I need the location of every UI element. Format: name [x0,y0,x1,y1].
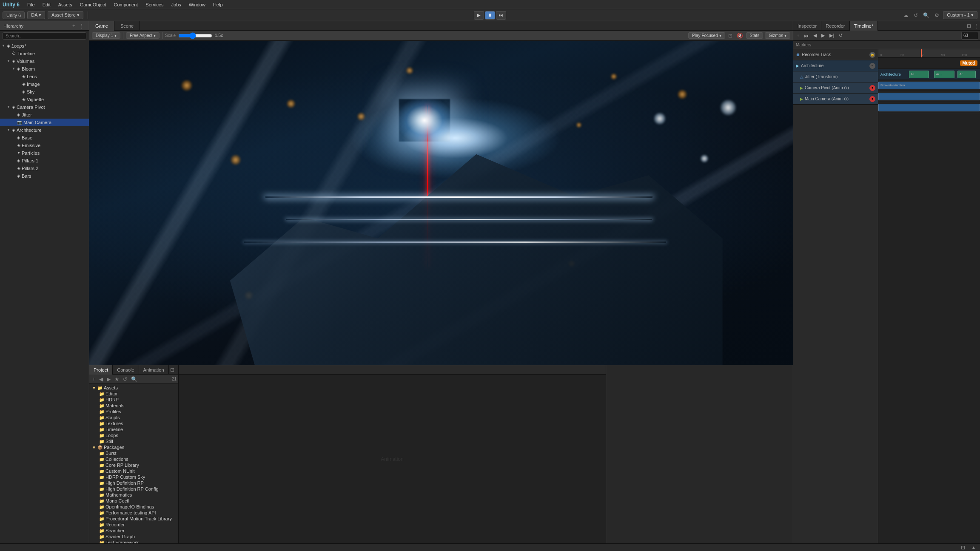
hierarchy-item-camerapivot[interactable]: ▼ ◈ Camera Pivot [0,103,89,111]
tl-next-btn[interactable]: ▶| [828,32,836,39]
proj-high-def-rp[interactable]: 📁 High Definition RP [89,480,178,486]
display-btn[interactable]: Display 1 ▾ [92,32,120,39]
proj-shader-graph[interactable]: 📁 Shader Graph [89,534,178,540]
hierarchy-item-vignette[interactable]: ◈ Vignette [0,96,89,103]
tab-animation[interactable]: Animation [139,365,169,375]
hierarchy-item-pillars1[interactable]: ◈ Pillars 1 [0,157,89,165]
tl-play-btn[interactable]: ▶ [820,32,826,39]
tab-console[interactable]: Console [113,365,139,375]
pause-button[interactable]: ⏸ [485,11,495,20]
hierarchy-search[interactable] [3,32,86,40]
hierarchy-item-volumes[interactable]: ▼ ◈ Volumes [0,57,89,65]
proj-mono-cecil[interactable]: 📁 Mono Cecil [89,498,178,504]
hierarchy-add-btn[interactable]: + [71,23,77,29]
menu-edit[interactable]: Edit [39,1,54,8]
cloud-icon[interactable]: ☁ [902,12,910,19]
proj-recorder[interactable]: 📁 Recorder [89,522,178,528]
da-btn[interactable]: DA ▾ [27,11,45,19]
hierarchy-item-architecture[interactable]: ▼ ◈ Architecture [0,126,89,134]
proj-burst[interactable]: 📁 Burst [89,450,178,456]
project-back-btn[interactable]: ◀ [98,376,104,383]
proj-openimage[interactable]: 📁 OpenImageIO Bindings [89,504,178,510]
arch-clip-1[interactable]: Ar... [909,71,929,78]
proj-materials[interactable]: 📁 Materials [89,403,178,409]
status-collapse-btn[interactable]: ⊡ [960,544,966,551]
hierarchy-item-timeline[interactable]: ⏱ Timeline [0,50,89,57]
timeline-playhead[interactable] [921,49,922,57]
step-button[interactable]: ⏭ [496,11,506,20]
hierarchy-item-bloom[interactable]: ▼ ◈ Bloom [0,65,89,73]
panel-expand-btn[interactable]: ⊡ [169,366,176,373]
campivot-clip[interactable] [878,93,980,100]
tab-inspector[interactable]: Inspector [793,21,821,31]
maximize-icon[interactable]: ⊡ [727,32,734,39]
campivot-rec-btn[interactable]: ● [869,85,875,91]
proj-scripts[interactable]: 📁 Scripts [89,415,178,420]
maincam-rec-btn[interactable]: ● [869,96,875,102]
proj-core-rp[interactable]: 📁 Core RP Library [89,462,178,468]
frame-input[interactable] [961,32,978,40]
menu-window[interactable]: Window [185,1,209,8]
proj-searcher[interactable]: 📁 Searcher [89,528,178,534]
hierarchy-item-lens[interactable]: ◈ Lens [0,73,89,80]
hierarchy-item-particles[interactable]: ✦ Particles [0,149,89,157]
hierarchy-menu-btn[interactable]: ⋮ [78,23,85,29]
hierarchy-item-bars[interactable]: ◈ Bars [0,172,89,180]
proj-mathematics[interactable]: 📁 Mathematics [89,492,178,498]
tl-track-recorder[interactable]: ⏺ Recorder Track 🔒 [793,49,878,60]
arch-clip-2[interactable]: Ar... [934,71,954,78]
proj-profiles[interactable]: 📁 Profiles [89,409,178,415]
aspect-btn[interactable]: Free Aspect ▾ [126,32,160,39]
right-panel-expand-btn[interactable]: ⊡ [966,23,972,29]
custom-layout-btn[interactable]: Custom - 1 ▾ [943,11,977,19]
tl-track-jitter[interactable]: △ Jitter (Transform) [793,71,878,82]
menu-component[interactable]: Component [110,1,141,8]
tab-timeline[interactable]: Timeline* [850,21,878,31]
status-expand-btn[interactable]: ▲ [970,544,977,551]
proj-packages-root[interactable]: ▼ 📦 Packages [89,444,178,450]
arch-minus-btn[interactable]: − [869,63,875,69]
tl-back-btn[interactable]: ⏮ [802,32,810,39]
jitter-clip[interactable]: BrownianMotion [878,82,980,89]
menu-gameobject[interactable]: GameObject [77,1,110,8]
proj-custom-nunit[interactable]: 📁 Custom NUnit [89,468,178,474]
maincam-clip[interactable] [878,104,980,111]
hierarchy-item-emissive[interactable]: ◈ Emissive [0,142,89,149]
right-panel-menu-btn[interactable]: ⋮ [972,23,980,29]
recorder-lock-btn[interactable]: 🔒 [869,52,875,58]
hierarchy-item-jitter[interactable]: ◈ Jitter [0,111,89,119]
tl-prev-btn[interactable]: ◀ [812,32,818,39]
menu-services[interactable]: Services [142,1,167,8]
proj-editor[interactable]: 📁 Editor [89,391,178,397]
proj-assets-root[interactable]: ▼ 📁 Assets [89,385,178,391]
proj-still[interactable]: 📁 Still [89,438,178,444]
tab-scene[interactable]: Scene [114,21,140,31]
proj-collections[interactable]: 📁 Collections [89,456,178,462]
stats-btn[interactable]: Stats [746,32,763,39]
proj-timeline[interactable]: 📁 Timeline [89,426,178,432]
proj-hdrp-config[interactable]: 📁 High Definition RP Config [89,486,178,492]
proj-test-framework[interactable]: 📁 Test Framework [89,540,178,543]
project-refresh-btn[interactable]: ↺ [122,376,128,383]
hierarchy-item-sky[interactable]: ◈ Sky [0,88,89,96]
tab-game[interactable]: Game [89,21,114,31]
tl-track-campivot[interactable]: ▶ Camera Pivot (Anim ⊙) ● [793,82,878,94]
menu-file[interactable]: File [24,1,38,8]
tab-project[interactable]: Project [89,365,113,375]
hierarchy-item-image[interactable]: ◈ Image [0,80,89,88]
asset-store-btn[interactable]: Asset Store ▾ [48,11,83,19]
gizmos-btn[interactable]: Gizmos ▾ [765,32,790,39]
hierarchy-item-pillars2[interactable]: ◈ Pillars 2 [0,165,89,172]
menu-help[interactable]: Help [210,1,226,8]
play-focused-btn[interactable]: Play Focused ▾ [688,32,725,39]
proj-hdrp[interactable]: 📁 HDRP [89,397,178,403]
unity-version-btn[interactable]: Unity 6 [3,11,25,19]
project-add-btn[interactable]: + [91,376,97,383]
scale-slider[interactable] [178,33,212,38]
hierarchy-item-base[interactable]: ◈ Base [0,134,89,142]
menu-jobs[interactable]: Jobs [168,1,185,8]
tl-add-btn[interactable]: + [795,32,801,39]
settings-icon[interactable]: ⚙ [933,12,940,19]
arch-clip-3[interactable]: Ar... [957,71,976,78]
project-favs-btn[interactable]: ★ [113,376,120,383]
